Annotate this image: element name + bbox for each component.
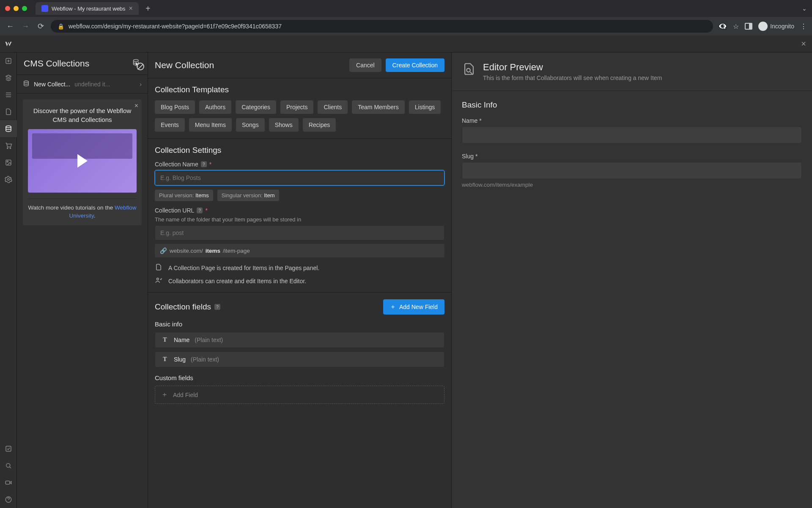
tab-overflow-icon[interactable]: ⌄ — [802, 5, 807, 12]
window-max-dot[interactable] — [22, 6, 27, 11]
window-min-dot[interactable] — [14, 6, 19, 11]
tab-close-icon[interactable]: × — [129, 5, 133, 12]
plural-val: Items — [195, 192, 209, 199]
rail-help-icon[interactable] — [0, 491, 17, 508]
svg-rect-4 — [6, 160, 11, 165]
basic-info-subhead: Basic info — [155, 320, 444, 328]
incognito-indicator[interactable]: Incognito — [758, 22, 794, 31]
rail-video-icon[interactable] — [0, 474, 17, 491]
forward-button[interactable]: → — [20, 22, 30, 31]
template-chip[interactable]: Blog Posts — [155, 100, 195, 114]
plural-key: Plural version: — [159, 192, 194, 199]
back-button[interactable]: ← — [5, 22, 15, 31]
field-slug-type: (Plain text) — [191, 356, 219, 363]
promo-footer: Watch more video tutorials on the Webflo… — [28, 199, 137, 220]
field-name-label: Name — [174, 337, 189, 343]
kebab-menu-icon[interactable]: ⋮ — [800, 22, 807, 30]
database-icon — [23, 80, 30, 88]
create-collection-button[interactable]: Create Collection — [386, 58, 444, 72]
url-text: webflow.com/design/my-restaurant-website… — [69, 23, 282, 30]
panel-title: CMS Collections — [24, 58, 89, 69]
collection-name-label: Collection Name — [155, 161, 198, 168]
rail-search-icon[interactable] — [0, 457, 17, 474]
play-icon — [77, 154, 88, 168]
rail-cms-icon[interactable] — [0, 120, 17, 137]
add-field-row-label: Add Field — [173, 392, 198, 398]
svg-point-3 — [10, 148, 11, 149]
add-new-field-button[interactable]: ＋ Add New Field — [383, 299, 444, 315]
promo-close-icon[interactable]: × — [134, 102, 138, 110]
ep-name-input[interactable] — [462, 127, 802, 144]
singular-key: Singular version: — [222, 192, 263, 199]
new-tab-button[interactable]: + — [142, 4, 154, 14]
info-row-page: A Collection Page is created for Items i… — [155, 263, 444, 272]
singular-val: Item — [264, 192, 274, 199]
template-chip[interactable]: Recipes — [303, 118, 336, 132]
new-collection-icon[interactable] — [132, 58, 141, 69]
promo-foot-text: Watch more video tutorials on the — [28, 204, 115, 211]
url-preview-pre: website.com/ — [170, 248, 203, 254]
rail-settings-icon[interactable] — [0, 171, 17, 188]
left-rail — [0, 52, 17, 508]
help-icon[interactable]: ? — [201, 161, 207, 167]
templates-title: Collection Templates — [155, 85, 444, 94]
rail-check-icon[interactable] — [0, 440, 17, 457]
svg-point-12 — [24, 81, 29, 83]
cms-collections-panel: CMS Collections New Collect... undefined… — [17, 52, 148, 508]
collection-list-item[interactable]: New Collect... undefined it... › — [17, 75, 148, 94]
chevron-right-icon: › — [140, 81, 142, 88]
help-icon[interactable]: ? — [197, 207, 203, 213]
reload-button[interactable]: ⟳ — [36, 22, 46, 31]
info-text-2: Collaborators can create and edit Items … — [168, 278, 306, 284]
browser-tab[interactable]: Webflow - My restaurant webs × — [36, 2, 139, 15]
users-icon — [155, 276, 163, 285]
collection-name-input[interactable] — [155, 170, 444, 185]
url-bar[interactable]: 🔒 webflow.com/design/my-restaurant-websi… — [51, 20, 713, 33]
template-chip[interactable]: Events — [155, 118, 185, 132]
svg-rect-9 — [5, 481, 10, 484]
panel-icon[interactable] — [745, 23, 752, 30]
settings-title: Collection Settings — [155, 146, 444, 155]
lock-icon: 🔒 — [58, 23, 64, 30]
url-preview-bold: items — [206, 248, 220, 254]
field-row-slug[interactable]: T Slug (Plain text) — [155, 351, 444, 367]
template-chip[interactable]: Authors — [199, 100, 231, 114]
webflow-logo-icon[interactable] — [0, 36, 17, 52]
template-chip[interactable]: Songs — [236, 118, 265, 132]
template-chip[interactable]: Listings — [409, 100, 441, 114]
rail-assets-icon[interactable] — [0, 154, 17, 171]
ep-title: Editor Preview — [483, 62, 662, 73]
info-text-1: A Collection Page is created for Items i… — [168, 265, 319, 271]
promo-video-thumb[interactable] — [28, 129, 137, 193]
cancel-button[interactable]: Cancel — [349, 58, 381, 72]
field-row-name[interactable]: T Name (Plain text) — [155, 332, 444, 348]
star-icon[interactable]: ☆ — [733, 22, 739, 30]
svg-point-2 — [7, 148, 8, 149]
tab-title: Webflow - My restaurant webs — [52, 6, 126, 12]
window-close-dot[interactable] — [5, 6, 10, 11]
incognito-icon — [758, 22, 768, 31]
svg-point-8 — [6, 464, 10, 467]
help-icon[interactable]: ? — [214, 304, 220, 310]
template-chip[interactable]: Menu Items — [189, 118, 232, 132]
ep-section-title: Basic Info — [462, 100, 802, 110]
ep-slug-input[interactable] — [462, 162, 802, 179]
browser-tab-strip: Webflow - My restaurant webs × + ⌄ — [0, 0, 812, 17]
eye-off-icon[interactable]: 👁‍🗨 — [718, 22, 727, 31]
template-chip[interactable]: Team Members — [352, 100, 404, 114]
template-chip[interactable]: Clients — [318, 100, 348, 114]
template-chip[interactable]: Shows — [269, 118, 299, 132]
svg-rect-7 — [6, 446, 11, 451]
rail-ecommerce-icon[interactable] — [0, 137, 17, 154]
rail-add-icon[interactable] — [0, 52, 17, 69]
close-panel-icon[interactable]: × — [795, 39, 812, 49]
link-icon: 🔗 — [160, 247, 167, 254]
add-field-row[interactable]: ＋ Add Field — [155, 386, 444, 404]
collection-url-input[interactable] — [155, 225, 444, 240]
template-chip[interactable]: Categories — [236, 100, 276, 114]
rail-navigator-icon[interactable] — [0, 86, 17, 103]
rail-pages-icon[interactable] — [0, 69, 17, 86]
rail-page-icon[interactable] — [0, 103, 17, 120]
template-chip[interactable]: Projects — [280, 100, 314, 114]
fields-section: Collection fields ? ＋ Add New Field Basi… — [148, 293, 451, 414]
